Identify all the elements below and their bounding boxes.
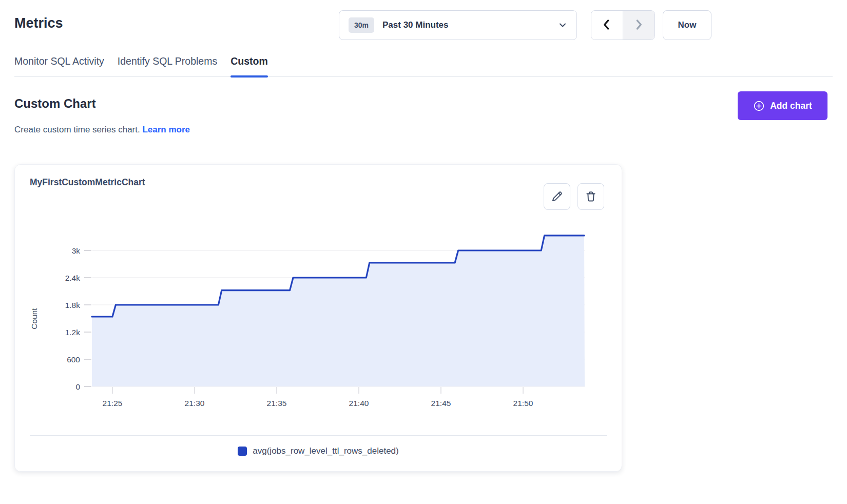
custom-chart-card: MyFirstCustomMetricChart 06001.2k1.8k2.4… — [14, 164, 622, 472]
chevron-down-icon — [558, 21, 567, 30]
legend-label: avg(jobs_row_level_ttl_rows_deleted) — [253, 446, 398, 456]
legend-swatch — [238, 447, 247, 456]
section-title: Custom Chart — [14, 96, 96, 111]
add-chart-label: Add chart — [770, 101, 812, 111]
svg-text:21:45: 21:45 — [431, 399, 451, 408]
page-title: Metrics — [14, 15, 63, 31]
time-range-badge: 30m — [349, 17, 374, 33]
timeseries-chart: 06001.2k1.8k2.4k3k21:2521:3021:3521:4021… — [29, 216, 586, 411]
next-time-button[interactable] — [623, 11, 655, 40]
pencil-icon — [550, 190, 564, 203]
svg-text:1.8k: 1.8k — [65, 301, 81, 309]
svg-text:Count: Count — [30, 308, 38, 329]
delete-chart-button[interactable] — [578, 183, 604, 210]
svg-text:2.4k: 2.4k — [65, 274, 81, 282]
edit-chart-button[interactable] — [544, 183, 570, 210]
chart-canvas: 06001.2k1.8k2.4k3k21:2521:3021:3521:4021… — [29, 216, 586, 411]
svg-text:21:50: 21:50 — [513, 399, 533, 408]
svg-text:600: 600 — [67, 355, 80, 364]
svg-text:21:30: 21:30 — [185, 399, 205, 408]
chevron-left-icon — [600, 18, 613, 33]
previous-time-button[interactable] — [591, 11, 623, 40]
trash-icon — [584, 190, 598, 203]
tab-identify-sql-problems[interactable]: Identify SQL Problems — [118, 51, 217, 76]
chart-title: MyFirstCustomMetricChart — [30, 177, 145, 188]
plus-circle-icon — [753, 100, 765, 112]
now-button[interactable]: Now — [663, 10, 711, 40]
svg-text:21:40: 21:40 — [349, 399, 369, 408]
svg-text:21:25: 21:25 — [103, 399, 123, 408]
time-range-dropdown[interactable]: 30m Past 30 Minutes — [339, 10, 577, 40]
time-range-label: Past 30 Minutes — [382, 20, 558, 30]
add-chart-button[interactable]: Add chart — [738, 91, 827, 120]
section-subtitle: Create custom time series chart. Learn m… — [14, 125, 190, 135]
learn-more-link[interactable]: Learn more — [142, 125, 190, 134]
metrics-tabs: Monitor SQL Activity Identify SQL Proble… — [14, 51, 833, 77]
svg-text:1.2k: 1.2k — [65, 328, 81, 337]
time-nav-group — [591, 10, 655, 40]
subtitle-text: Create custom time series chart. — [14, 125, 140, 134]
tab-custom[interactable]: Custom — [230, 51, 268, 76]
legend-item[interactable]: avg(jobs_row_level_ttl_rows_deleted) — [15, 446, 622, 456]
svg-text:21:35: 21:35 — [267, 399, 287, 408]
tab-monitor-sql-activity[interactable]: Monitor SQL Activity — [14, 51, 104, 76]
svg-text:3k: 3k — [72, 246, 81, 255]
legend-divider — [30, 435, 607, 436]
chevron-right-icon — [632, 18, 645, 33]
svg-text:0: 0 — [75, 382, 80, 391]
